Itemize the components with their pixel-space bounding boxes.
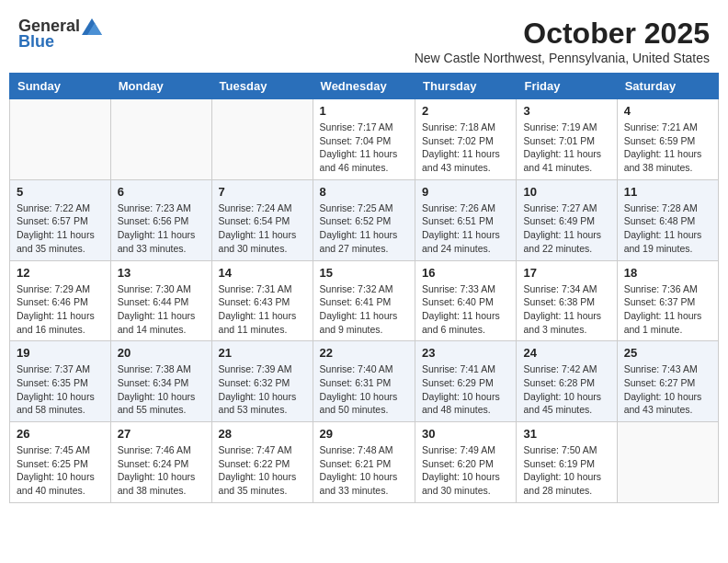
day-info: Sunrise: 7:23 AM Sunset: 6:56 PM Dayligh… [118,201,205,256]
calendar-cell: 31Sunrise: 7:50 AM Sunset: 6:19 PM Dayli… [517,422,617,503]
day-info: Sunrise: 7:33 AM Sunset: 6:40 PM Dayligh… [422,282,509,337]
day-number: 13 [118,266,205,280]
calendar-cell: 12Sunrise: 7:29 AM Sunset: 6:46 PM Dayli… [10,260,111,341]
day-info: Sunrise: 7:27 AM Sunset: 6:49 PM Dayligh… [523,201,609,256]
day-info: Sunrise: 7:41 AM Sunset: 6:29 PM Dayligh… [422,362,509,417]
calendar-cell: 15Sunrise: 7:32 AM Sunset: 6:41 PM Dayli… [313,260,415,341]
calendar-cell: 11Sunrise: 7:28 AM Sunset: 6:48 PM Dayli… [617,179,718,260]
calendar-cell: 25Sunrise: 7:43 AM Sunset: 6:27 PM Dayli… [617,341,718,422]
calendar-week-3: 12Sunrise: 7:29 AM Sunset: 6:46 PM Dayli… [10,260,719,341]
day-info: Sunrise: 7:26 AM Sunset: 6:51 PM Dayligh… [422,201,509,256]
day-number: 29 [320,427,408,441]
day-header-wednesday: Wednesday [313,74,415,99]
month-title: October 2025 [415,17,710,51]
day-info: Sunrise: 7:29 AM Sunset: 6:46 PM Dayligh… [17,282,104,337]
day-number: 31 [523,427,609,441]
day-info: Sunrise: 7:39 AM Sunset: 6:32 PM Dayligh… [219,362,306,417]
calendar-cell: 3Sunrise: 7:19 AM Sunset: 7:01 PM Daylig… [517,99,617,180]
day-number: 17 [523,266,609,280]
calendar-cell: 7Sunrise: 7:24 AM Sunset: 6:54 PM Daylig… [211,179,313,260]
header-row: SundayMondayTuesdayWednesdayThursdayFrid… [10,74,719,99]
day-number: 23 [422,346,509,360]
day-number: 5 [17,185,104,199]
calendar-cell: 23Sunrise: 7:41 AM Sunset: 6:29 PM Dayli… [415,341,517,422]
calendar-cell: 28Sunrise: 7:47 AM Sunset: 6:22 PM Dayli… [211,422,313,503]
calendar-cell: 9Sunrise: 7:26 AM Sunset: 6:51 PM Daylig… [415,179,517,260]
logo-blue: Blue [18,32,54,52]
day-header-tuesday: Tuesday [211,74,313,99]
day-number: 15 [320,266,408,280]
day-number: 6 [118,185,205,199]
day-header-friday: Friday [517,74,617,99]
day-number: 10 [523,185,609,199]
day-info: Sunrise: 7:28 AM Sunset: 6:48 PM Dayligh… [624,201,711,256]
calendar-cell: 21Sunrise: 7:39 AM Sunset: 6:32 PM Dayli… [211,341,313,422]
calendar-cell: 4Sunrise: 7:21 AM Sunset: 6:59 PM Daylig… [617,99,718,180]
day-number: 3 [523,104,609,118]
day-number: 14 [219,266,306,280]
day-number: 11 [624,185,711,199]
day-number: 8 [320,185,408,199]
day-header-saturday: Saturday [617,74,718,99]
day-number: 19 [17,346,104,360]
calendar-cell [10,99,111,180]
day-number: 24 [523,346,609,360]
calendar-cell: 24Sunrise: 7:42 AM Sunset: 6:28 PM Dayli… [517,341,617,422]
day-number: 22 [320,346,408,360]
calendar-cell: 27Sunrise: 7:46 AM Sunset: 6:24 PM Dayli… [110,422,211,503]
day-info: Sunrise: 7:37 AM Sunset: 6:35 PM Dayligh… [17,362,104,417]
page-header: General Blue October 2025 New Castle Nor… [9,9,719,69]
title-section: October 2025 New Castle Northwest, Penns… [415,17,710,65]
calendar-cell: 20Sunrise: 7:38 AM Sunset: 6:34 PM Dayli… [110,341,211,422]
day-info: Sunrise: 7:17 AM Sunset: 7:04 PM Dayligh… [320,121,408,175]
day-info: Sunrise: 7:38 AM Sunset: 6:34 PM Dayligh… [118,362,205,417]
day-header-sunday: Sunday [10,74,111,99]
logo: General Blue [18,17,102,52]
day-number: 30 [422,427,509,441]
day-number: 18 [624,266,711,280]
day-info: Sunrise: 7:43 AM Sunset: 6:27 PM Dayligh… [624,362,711,417]
calendar-cell: 8Sunrise: 7:25 AM Sunset: 6:52 PM Daylig… [313,179,415,260]
calendar-cell: 16Sunrise: 7:33 AM Sunset: 6:40 PM Dayli… [415,260,517,341]
day-number: 16 [422,266,509,280]
day-header-thursday: Thursday [415,74,517,99]
calendar-cell: 26Sunrise: 7:45 AM Sunset: 6:25 PM Dayli… [10,422,111,503]
calendar-cell: 14Sunrise: 7:31 AM Sunset: 6:43 PM Dayli… [211,260,313,341]
calendar-cell: 1Sunrise: 7:17 AM Sunset: 7:04 PM Daylig… [313,99,415,180]
day-info: Sunrise: 7:25 AM Sunset: 6:52 PM Dayligh… [320,201,408,256]
calendar-cell [211,99,313,180]
calendar-cell [110,99,211,180]
calendar-cell: 22Sunrise: 7:40 AM Sunset: 6:31 PM Dayli… [313,341,415,422]
day-info: Sunrise: 7:24 AM Sunset: 6:54 PM Dayligh… [219,201,306,256]
calendar-cell: 30Sunrise: 7:49 AM Sunset: 6:20 PM Dayli… [415,422,517,503]
day-number: 28 [219,427,306,441]
day-info: Sunrise: 7:49 AM Sunset: 6:20 PM Dayligh… [422,443,509,498]
day-info: Sunrise: 7:45 AM Sunset: 6:25 PM Dayligh… [17,443,104,498]
calendar-table: SundayMondayTuesdayWednesdayThursdayFrid… [9,73,719,503]
day-info: Sunrise: 7:36 AM Sunset: 6:37 PM Dayligh… [624,282,711,337]
calendar-cell: 6Sunrise: 7:23 AM Sunset: 6:56 PM Daylig… [110,179,211,260]
day-number: 25 [624,346,711,360]
calendar-cell: 18Sunrise: 7:36 AM Sunset: 6:37 PM Dayli… [617,260,718,341]
day-info: Sunrise: 7:47 AM Sunset: 6:22 PM Dayligh… [219,443,306,498]
day-info: Sunrise: 7:30 AM Sunset: 6:44 PM Dayligh… [118,282,205,337]
calendar-cell: 10Sunrise: 7:27 AM Sunset: 6:49 PM Dayli… [517,179,617,260]
day-info: Sunrise: 7:40 AM Sunset: 6:31 PM Dayligh… [320,362,408,417]
day-number: 1 [320,104,408,118]
calendar-cell [617,422,718,503]
day-info: Sunrise: 7:18 AM Sunset: 7:02 PM Dayligh… [422,121,509,175]
calendar-cell: 17Sunrise: 7:34 AM Sunset: 6:38 PM Dayli… [517,260,617,341]
day-info: Sunrise: 7:50 AM Sunset: 6:19 PM Dayligh… [523,443,609,498]
day-info: Sunrise: 7:19 AM Sunset: 7:01 PM Dayligh… [523,121,609,175]
day-number: 21 [219,346,306,360]
calendar-week-2: 5Sunrise: 7:22 AM Sunset: 6:57 PM Daylig… [10,179,719,260]
day-number: 2 [422,104,509,118]
day-info: Sunrise: 7:32 AM Sunset: 6:41 PM Dayligh… [320,282,408,337]
day-number: 9 [422,185,509,199]
day-info: Sunrise: 7:31 AM Sunset: 6:43 PM Dayligh… [219,282,306,337]
day-info: Sunrise: 7:21 AM Sunset: 6:59 PM Dayligh… [624,121,711,175]
day-number: 7 [219,185,306,199]
location-title: New Castle Northwest, Pennsylvania, Unit… [415,51,710,65]
day-info: Sunrise: 7:34 AM Sunset: 6:38 PM Dayligh… [523,282,609,337]
calendar-cell: 13Sunrise: 7:30 AM Sunset: 6:44 PM Dayli… [110,260,211,341]
